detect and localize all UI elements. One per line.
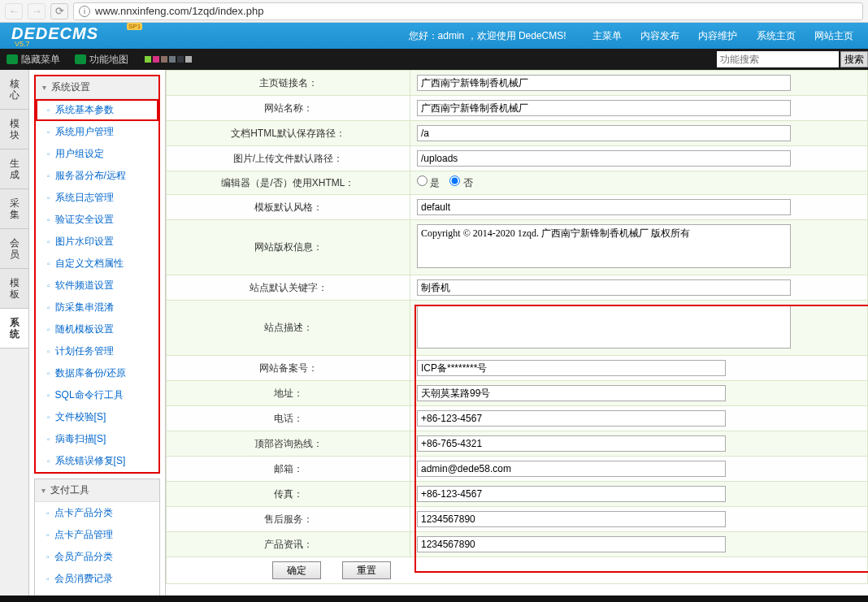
form-row: 电话： bbox=[167, 406, 868, 431]
form-field-cell bbox=[410, 381, 868, 406]
text-input[interactable] bbox=[417, 199, 791, 215]
menu-item[interactable]: 图片水印设置 bbox=[36, 231, 158, 253]
menu-item[interactable]: 验证安全设置 bbox=[36, 209, 158, 231]
text-input[interactable] bbox=[417, 435, 726, 452]
form-field-cell bbox=[410, 220, 868, 275]
form-label: 站点描述： bbox=[167, 301, 410, 356]
text-input[interactable] bbox=[417, 279, 791, 296]
form-label: 网站名称： bbox=[167, 96, 410, 121]
text-input[interactable] bbox=[417, 150, 791, 167]
side-category-tabs: 核心模块生成采集会员模板系统 bbox=[0, 70, 29, 596]
radio-input[interactable] bbox=[417, 175, 427, 186]
side-tab[interactable]: 模板 bbox=[0, 269, 28, 309]
menu-item[interactable]: 系统基本参数 bbox=[36, 99, 158, 121]
text-input[interactable] bbox=[417, 461, 726, 477]
radio-label[interactable]: 否 bbox=[449, 177, 472, 188]
menu-item[interactable]: 用户组设定 bbox=[36, 143, 158, 165]
form-row: 售后服务： bbox=[167, 507, 868, 532]
form-label: 模板默认风格： bbox=[167, 195, 410, 220]
side-tab[interactable]: 生成 bbox=[0, 149, 28, 189]
menu-item[interactable]: SQL命令行工具 bbox=[36, 384, 158, 406]
info-icon: i bbox=[79, 6, 90, 17]
reload-icon[interactable]: ⟳ bbox=[50, 3, 68, 19]
menu-item[interactable]: 系统日志管理 bbox=[36, 187, 158, 209]
menu-item[interactable]: 点卡产品管理 bbox=[35, 524, 159, 546]
menu-group-header[interactable]: ▾支付工具 bbox=[35, 479, 159, 502]
textarea-input[interactable] bbox=[417, 224, 791, 268]
menu-item[interactable]: 商店订单记录 bbox=[35, 590, 159, 596]
text-input[interactable] bbox=[417, 385, 726, 401]
theme-swatch-icon[interactable] bbox=[177, 56, 184, 63]
text-input[interactable] bbox=[417, 511, 726, 527]
function-search-input[interactable] bbox=[717, 51, 839, 67]
form-field-cell bbox=[410, 71, 868, 96]
form-row: 图片/上传文件默认路径： bbox=[167, 146, 868, 171]
nav-main[interactable]: 主菜单 bbox=[592, 30, 622, 41]
nav-publish[interactable]: 内容发布 bbox=[640, 30, 679, 41]
left-menu: ▾系统设置系统基本参数系统用户管理用户组设定服务器分布/远程系统日志管理验证安全… bbox=[29, 70, 166, 596]
side-tab[interactable]: 会员 bbox=[0, 229, 28, 269]
nav-maintain[interactable]: 内容维护 bbox=[698, 30, 737, 41]
nav-back-icon[interactable]: ← bbox=[5, 3, 23, 19]
form-row: 站点默认关键字： bbox=[167, 275, 868, 301]
theme-swatch-icon[interactable] bbox=[169, 56, 176, 63]
radio-input[interactable] bbox=[449, 175, 460, 186]
nav-webhome[interactable]: 网站主页 bbox=[814, 30, 853, 41]
welcome-text: 您好：admin ，欢迎使用 DedeCMS! bbox=[409, 29, 566, 43]
form-label: 售后服务： bbox=[167, 507, 410, 532]
form-field-cell bbox=[410, 121, 868, 146]
text-input[interactable] bbox=[417, 125, 791, 141]
menu-item[interactable]: 自定义文档属性 bbox=[36, 253, 158, 275]
form-label: 网站版权信息： bbox=[167, 220, 410, 275]
textarea-input[interactable] bbox=[417, 305, 791, 349]
theme-swatch-icon[interactable] bbox=[161, 56, 167, 63]
menu-group-header[interactable]: ▾系统设置 bbox=[36, 76, 158, 99]
theme-swatch-icon[interactable] bbox=[145, 56, 151, 63]
side-tab[interactable]: 系统 bbox=[0, 309, 28, 349]
submit-button[interactable]: 确定 bbox=[272, 561, 321, 579]
theme-swatch-icon[interactable] bbox=[185, 56, 192, 63]
form-row: 主页链接名： bbox=[167, 71, 868, 96]
text-input[interactable] bbox=[417, 536, 726, 552]
form-row: 网站版权信息： bbox=[167, 220, 868, 275]
form-field-cell bbox=[410, 356, 868, 381]
func-map-button[interactable]: 功能地图 bbox=[75, 53, 128, 67]
address-bar[interactable]: i www.nnxinfeng.com/1zqd/index.php bbox=[73, 2, 863, 20]
hide-menu-button[interactable]: 隐藏菜单 bbox=[7, 53, 60, 67]
text-input[interactable] bbox=[417, 486, 726, 502]
nav-forward-icon[interactable]: → bbox=[28, 3, 46, 19]
menu-item[interactable]: 随机模板设置 bbox=[36, 318, 158, 340]
menu-item[interactable]: 服务器分布/远程 bbox=[36, 165, 158, 187]
text-input[interactable] bbox=[417, 100, 791, 116]
menu-item[interactable]: 系统错误修复[S] bbox=[36, 450, 158, 472]
form-label: 主页链接名： bbox=[167, 71, 410, 96]
settings-form: 主页链接名：网站名称：文档HTML默认保存路径：图片/上传文件默认路径：编辑器（… bbox=[166, 70, 868, 584]
menu-item[interactable]: 计划任务管理 bbox=[36, 340, 158, 362]
utility-bar: 隐藏菜单 功能地图 搜索 bbox=[0, 49, 868, 70]
form-field-cell bbox=[410, 457, 868, 482]
text-input[interactable] bbox=[417, 360, 726, 376]
menu-item[interactable]: 文件校验[S] bbox=[36, 406, 158, 428]
menu-item[interactable]: 会员消费记录 bbox=[35, 568, 159, 590]
theme-swatch-icon[interactable] bbox=[153, 56, 159, 63]
menu-item[interactable]: 点卡产品分类 bbox=[35, 502, 159, 524]
function-search-button[interactable]: 搜索 bbox=[840, 51, 868, 67]
form-label: 站点默认关键字： bbox=[167, 275, 410, 301]
menu-item[interactable]: 会员产品分类 bbox=[35, 546, 159, 568]
side-tab[interactable]: 采集 bbox=[0, 189, 28, 229]
menu-item[interactable]: 防采集串混淆 bbox=[36, 297, 158, 318]
nav-syshome[interactable]: 系统主页 bbox=[757, 30, 796, 41]
menu-item[interactable]: 软件频道设置 bbox=[36, 275, 158, 297]
radio-label[interactable]: 是 bbox=[417, 177, 440, 188]
form-row: 网站名称： bbox=[167, 96, 868, 121]
form-field-cell bbox=[410, 301, 868, 356]
menu-item[interactable]: 病毒扫描[S] bbox=[36, 428, 158, 450]
form-field-cell bbox=[410, 96, 868, 121]
menu-item[interactable]: 数据库备份/还原 bbox=[36, 362, 158, 384]
menu-item[interactable]: 系统用户管理 bbox=[36, 121, 158, 143]
text-input[interactable] bbox=[417, 75, 791, 91]
side-tab[interactable]: 核心 bbox=[0, 70, 28, 110]
text-input[interactable] bbox=[417, 410, 726, 427]
side-tab[interactable]: 模块 bbox=[0, 110, 28, 149]
reset-button[interactable]: 重置 bbox=[342, 561, 391, 579]
